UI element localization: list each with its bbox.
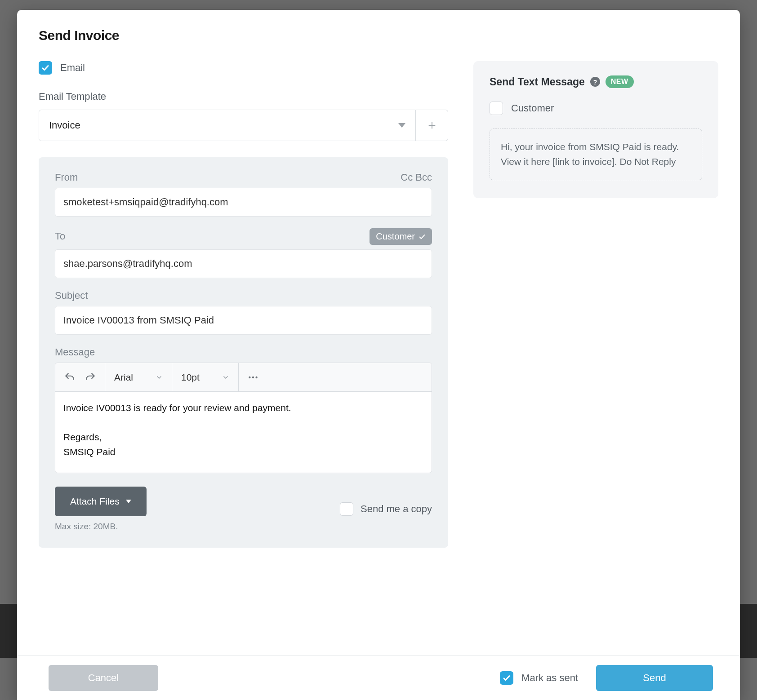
message-editor: Arial 10pt <box>55 363 432 473</box>
message-label: Message <box>55 346 432 358</box>
sms-column: Send Text Message ? NEW Customer Hi, you… <box>473 61 718 198</box>
more-options-button[interactable] <box>245 369 261 385</box>
mark-as-sent-label: Mark as sent <box>521 672 578 684</box>
sms-customer-label: Customer <box>511 102 554 114</box>
help-icon[interactable]: ? <box>590 77 600 87</box>
email-template-select[interactable]: Invoice <box>39 110 416 141</box>
to-label: To <box>55 230 65 242</box>
send-copy-row[interactable]: Send me a copy <box>340 502 432 516</box>
to-input[interactable] <box>55 249 432 278</box>
subject-label: Subject <box>55 290 432 301</box>
email-template-value: Invoice <box>49 120 80 131</box>
mark-as-sent-checkbox[interactable] <box>500 671 513 685</box>
to-customer-chip[interactable]: Customer <box>370 228 432 245</box>
email-template-label: Email Template <box>39 91 448 102</box>
editor-content[interactable]: Invoice IV00013 is ready for your review… <box>55 392 432 473</box>
redo-button[interactable] <box>82 369 98 385</box>
cancel-button[interactable]: Cancel <box>49 665 158 691</box>
font-size-select[interactable]: 10pt <box>178 372 232 383</box>
sms-preview: Hi, your invoice from SMSIQ Paid is read… <box>490 128 702 180</box>
send-invoice-modal: Send Invoice Email Email Template Invoic… <box>17 10 740 700</box>
email-checkbox-row[interactable]: Email <box>39 61 448 75</box>
cc-link[interactable]: Cc <box>401 172 413 183</box>
undo-button[interactable] <box>62 369 78 385</box>
modal-body: Send Invoice Email Email Template Invoic… <box>17 10 740 656</box>
sms-customer-row[interactable]: Customer <box>490 102 702 115</box>
max-size-hint: Max size: 20MB. <box>55 522 147 532</box>
svg-point-3 <box>252 376 254 378</box>
email-checkbox-label: Email <box>60 62 85 74</box>
font-family-select[interactable]: Arial <box>111 372 165 383</box>
bcc-link[interactable]: Bcc <box>415 172 432 183</box>
mark-as-sent-row[interactable]: Mark as sent <box>500 671 578 685</box>
sms-panel: Send Text Message ? NEW Customer Hi, you… <box>473 61 718 198</box>
send-button[interactable]: Send <box>596 665 713 691</box>
svg-point-2 <box>249 376 250 378</box>
email-checkbox[interactable] <box>39 61 52 75</box>
compose-panel: From Cc Bcc To <box>39 157 448 548</box>
send-copy-label: Send me a copy <box>361 503 432 515</box>
from-input[interactable] <box>55 188 432 217</box>
subject-input[interactable] <box>55 306 432 335</box>
send-copy-checkbox[interactable] <box>340 502 353 516</box>
modal-footer: Cancel Mark as sent Send <box>17 656 740 700</box>
caret-down-icon <box>398 123 405 128</box>
email-column: Email Email Template Invoice From <box>39 61 448 548</box>
attach-files-button[interactable]: Attach Files <box>55 487 147 516</box>
caret-down-icon <box>126 500 131 503</box>
sms-customer-checkbox[interactable] <box>490 102 503 115</box>
from-label: From <box>55 172 78 183</box>
svg-point-4 <box>255 376 257 378</box>
new-badge: NEW <box>606 75 634 88</box>
add-template-button[interactable] <box>416 110 448 141</box>
sms-heading: Send Text Message <box>490 76 585 88</box>
modal-title: Send Invoice <box>39 28 718 43</box>
editor-toolbar: Arial 10pt <box>55 363 432 392</box>
